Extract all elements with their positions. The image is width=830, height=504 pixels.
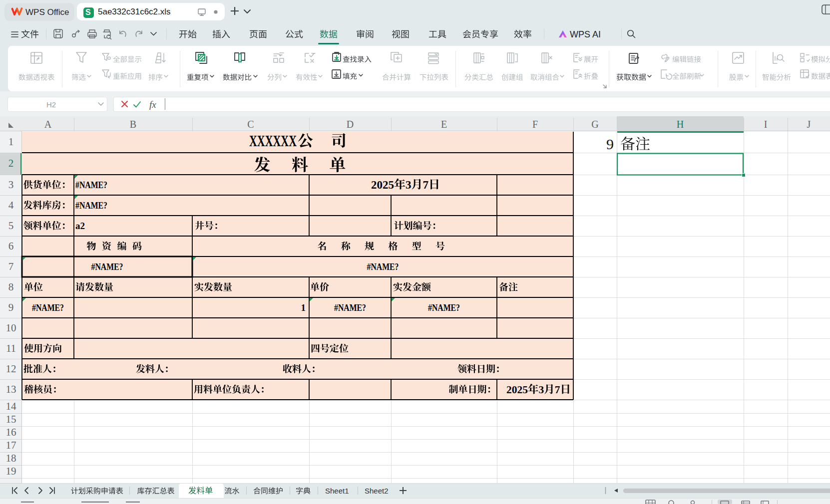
svg-text:1: 1 [301,302,306,313]
svg-text:a2: a2 [75,221,85,231]
svg-text:#NAME?: #NAME? [32,302,64,313]
svg-text:H2: H2 [46,100,56,109]
svg-text:D: D [347,119,354,130]
svg-text:3: 3 [406,179,412,191]
svg-text:17: 17 [6,439,16,451]
svg-text:E: E [441,119,447,130]
svg-text:Sheet2: Sheet2 [365,487,389,495]
svg-text:2: 2 [8,157,14,169]
svg-text:F: F [532,119,538,130]
svg-text:5: 5 [8,220,14,232]
svg-text:5ae332c31c6c2.xls: 5ae332c31c6c2.xls [98,7,171,16]
svg-text:7: 7 [423,179,429,191]
svg-text:#NAME?: #NAME? [428,302,460,313]
svg-text:7: 7 [8,260,14,272]
svg-text:B: B [130,119,136,130]
svg-text:H: H [677,119,684,130]
svg-text:18: 18 [6,452,16,464]
svg-text:11: 11 [6,342,16,354]
svg-text:2025: 2025 [506,384,528,396]
svg-text:I: I [764,119,768,130]
svg-text:#NAME?: #NAME? [91,261,123,272]
svg-text:15: 15 [6,413,16,425]
svg-text:WPS Office: WPS Office [25,7,69,17]
svg-text:#NAME?: #NAME? [75,180,107,190]
svg-text:19: 19 [6,465,16,477]
svg-text:8: 8 [8,281,14,293]
svg-text:WPS AI: WPS AI [570,29,601,39]
svg-text:4: 4 [8,199,14,211]
svg-text:9: 9 [606,136,614,152]
svg-text:9: 9 [8,301,14,313]
svg-text:6: 6 [8,240,14,252]
svg-text:XXXXXX: XXXXXX [249,132,297,150]
svg-text:3: 3 [539,384,544,396]
svg-text:C: C [247,119,254,130]
svg-text:S: S [85,8,91,16]
svg-text:fx: fx [149,99,156,110]
svg-text:1: 1 [8,136,14,148]
svg-text:14: 14 [6,400,17,412]
svg-text:10: 10 [6,322,16,334]
svg-text:#NAME?: #NAME? [367,261,399,272]
svg-text:G: G [591,119,598,130]
svg-text:3: 3 [8,179,14,191]
svg-text:13: 13 [6,383,16,395]
svg-text:#NAME?: #NAME? [75,200,107,211]
svg-text:2025: 2025 [371,179,394,191]
svg-text:A: A [44,119,52,130]
svg-text:#NAME?: #NAME? [334,302,366,313]
svg-text:J: J [807,119,811,130]
svg-text:12: 12 [6,363,16,375]
svg-text:16: 16 [6,426,16,438]
svg-text:7: 7 [555,384,560,396]
svg-text:Sheet1: Sheet1 [325,487,349,495]
